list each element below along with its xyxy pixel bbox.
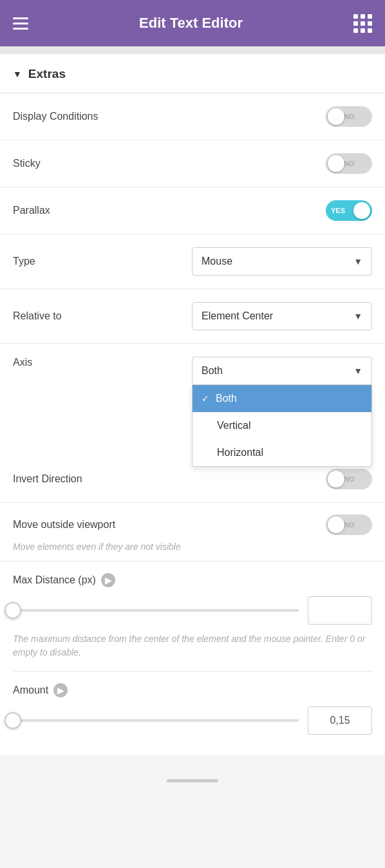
- axis-option-vertical[interactable]: Vertical: [192, 412, 371, 439]
- amount-slider-track[interactable]: [13, 719, 299, 722]
- max-distance-input[interactable]: [308, 596, 372, 625]
- type-dropdown[interactable]: Mouse ▼: [192, 247, 372, 276]
- chevron-down-icon: ▼: [13, 69, 22, 79]
- amount-info-icon[interactable]: ▶: [53, 683, 68, 697]
- amount-label: Amount: [13, 684, 48, 696]
- display-conditions-toggle[interactable]: NO: [326, 106, 372, 127]
- max-distance-info-icon[interactable]: ▶: [101, 573, 115, 587]
- sticky-label: Sticky: [13, 158, 41, 169]
- move-outside-viewport-row: Move outside viewport NO: [0, 503, 385, 542]
- toggle-label: YES: [331, 207, 345, 214]
- max-distance-label: Max Distance (px): [13, 574, 96, 586]
- page-title: Edit Text Editor: [139, 15, 243, 32]
- max-distance-section: Max Distance (px) ▶ The maximum distance…: [0, 561, 385, 672]
- invert-direction-toggle[interactable]: NO: [326, 469, 372, 489]
- axis-dropdown-container: Both ▼ ✓ Both Vertical Horizontal: [192, 357, 372, 385]
- max-distance-header: Max Distance (px) ▶: [13, 573, 372, 587]
- amount-slider-thumb[interactable]: [5, 712, 21, 729]
- footer-area: [0, 755, 385, 788]
- axis-option-horizontal-label: Horizontal: [217, 447, 263, 458]
- check-icon: ✓: [202, 393, 209, 404]
- relative-to-row: Relative to Element Center ▼: [0, 289, 385, 344]
- type-label: Type: [13, 256, 35, 267]
- display-conditions-label: Display Conditions: [13, 111, 99, 122]
- max-distance-note: The maximum distance from the center of …: [13, 632, 372, 672]
- amount-header: Amount ▶: [13, 683, 372, 697]
- sticky-toggle[interactable]: NO: [326, 153, 372, 174]
- toggle-knob: [328, 108, 344, 125]
- amount-slider-row: [13, 706, 372, 735]
- axis-dropdown-value: Both: [202, 365, 223, 377]
- axis-option-both-label: Both: [216, 393, 237, 404]
- subheader-bar: [0, 46, 385, 54]
- sticky-row: Sticky NO: [0, 140, 385, 187]
- scroll-bar: [167, 779, 218, 782]
- axis-option-vertical-label: Vertical: [217, 420, 250, 431]
- parallax-label: Parallax: [13, 205, 50, 216]
- relative-to-label: Relative to: [13, 310, 62, 322]
- type-dropdown-value: Mouse: [202, 256, 232, 267]
- amount-input[interactable]: [308, 706, 372, 735]
- extras-section-header[interactable]: ▼ Extras: [0, 54, 385, 93]
- invert-direction-label: Invert Direction: [13, 473, 82, 485]
- toggle-label: NO: [344, 160, 355, 167]
- header: Edit Text Editor: [0, 0, 385, 46]
- chevron-down-icon: ▼: [353, 256, 362, 267]
- axis-option-both[interactable]: ✓ Both: [192, 385, 371, 412]
- display-conditions-row: Display Conditions NO: [0, 93, 385, 140]
- max-distance-slider-thumb[interactable]: [5, 602, 21, 619]
- move-outside-viewport-label: Move outside viewport: [13, 519, 115, 531]
- move-outside-viewport-note: Move elements even if they are not visib…: [0, 542, 385, 561]
- max-distance-slider-row: [13, 596, 372, 625]
- axis-label: Axis: [13, 357, 32, 368]
- parallax-toggle[interactable]: YES: [326, 200, 372, 221]
- chevron-down-icon: ▼: [353, 311, 362, 321]
- chevron-down-icon: ▼: [353, 366, 362, 376]
- type-row: Type Mouse ▼: [0, 234, 385, 289]
- section-title: Extras: [28, 67, 66, 81]
- axis-dropdown[interactable]: Both ▼: [192, 357, 372, 385]
- relative-to-dropdown-value: Element Center: [202, 310, 273, 322]
- amount-section: Amount ▶: [0, 672, 385, 755]
- move-outside-viewport-toggle[interactable]: NO: [326, 514, 372, 535]
- toggle-label: NO: [344, 521, 355, 529]
- parallax-row: Parallax YES: [0, 187, 385, 234]
- axis-dropdown-menu: ✓ Both Vertical Horizontal: [192, 385, 372, 467]
- toggle-label: NO: [344, 475, 355, 483]
- toggle-knob: [328, 516, 344, 533]
- axis-option-horizontal[interactable]: Horizontal: [192, 439, 371, 466]
- menu-button[interactable]: [13, 17, 28, 30]
- grid-icon-button[interactable]: [353, 14, 372, 33]
- max-distance-slider-track[interactable]: [13, 609, 299, 612]
- toggle-label: NO: [344, 113, 355, 120]
- relative-to-dropdown[interactable]: Element Center ▼: [192, 302, 372, 330]
- toggle-knob: [353, 202, 370, 219]
- toggle-knob: [328, 155, 344, 172]
- axis-row: Axis Both ▼ ✓ Both Vertical Horizontal: [0, 344, 385, 385]
- toggle-knob: [328, 471, 344, 487]
- content-area: ▼ Extras Display Conditions NO Sticky NO…: [0, 54, 385, 755]
